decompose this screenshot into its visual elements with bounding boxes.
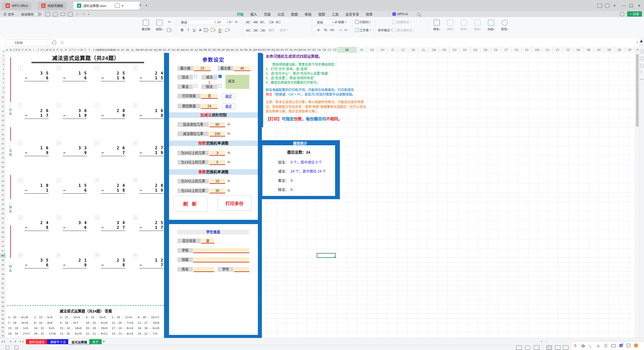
row-header-1[interactable]: 1 (0, 53, 5, 58)
column-header-CP[interactable]: CP (460, 47, 470, 53)
column-header-R[interactable]: R (64, 47, 68, 53)
row-header-31[interactable]: 31 (0, 193, 5, 197)
divisor-over20-field[interactable]: 3 (210, 151, 225, 156)
sheet-tab-vertical-ops[interactable]: 竖式运算题 (68, 339, 91, 345)
multiplier-over20-field[interactable]: 10 (210, 179, 225, 184)
font-name-select[interactable]: 等线▾ (179, 19, 217, 25)
row-header-3[interactable]: 3 (0, 62, 5, 67)
convert-button[interactable]: ⇄转换▾ (335, 19, 346, 25)
row-header-21[interactable]: 21 (0, 146, 5, 151)
normal-view-icon[interactable] (546, 345, 552, 350)
ribbon-tab-插入[interactable]: 插入 (250, 12, 257, 17)
column-header-BI[interactable]: BI (235, 47, 239, 53)
column-header-AS[interactable]: AS (163, 47, 167, 53)
column-header-DA[interactable]: DA (573, 47, 584, 53)
column-header-BC[interactable]: BC (208, 47, 212, 53)
column-header-CE[interactable]: CE (338, 47, 357, 53)
align-center-icon[interactable] (253, 28, 258, 33)
column-header-CT[interactable]: CT (501, 47, 511, 53)
column-header-AH[interactable]: AH (114, 47, 116, 53)
column-header-DC[interactable]: DC (594, 47, 604, 53)
print-answer-field[interactable]: 否 (201, 94, 218, 99)
column-header-BS[interactable]: BS (280, 47, 285, 53)
row-header-60[interactable]: 60 (0, 325, 5, 330)
row-header-28[interactable]: 28 (0, 179, 5, 184)
column-header-BF[interactable]: BF (221, 47, 226, 53)
table-style-button[interactable]: 表格样式▾ (392, 19, 411, 25)
column-header-G[interactable]: G (25, 47, 28, 53)
layout-settings-icon[interactable] (603, 0, 611, 11)
format-painter-button[interactable]: 格式刷 (140, 19, 152, 36)
fill-color-icon[interactable]: ▾ (210, 27, 216, 33)
currency-icon[interactable]: ¥ (315, 27, 321, 33)
ribbon-tab-开始[interactable]: 开始 (237, 12, 244, 17)
column-header-BU[interactable]: BU (289, 47, 294, 53)
page-break-view-icon[interactable] (563, 345, 569, 350)
column-header-BM[interactable]: BM (253, 47, 258, 53)
row-header-35[interactable]: 35 (0, 211, 5, 216)
close-button[interactable]: ✕ (635, 0, 643, 11)
column-header-AV[interactable]: AV (176, 47, 181, 53)
export-pdf-icon[interactable] (53, 11, 58, 17)
row-header-56[interactable]: 56 (0, 309, 5, 313)
paste-button[interactable]: 粘贴▾ (153, 19, 166, 36)
print-preview-icon[interactable] (68, 11, 73, 17)
column-header-U[interactable]: U (73, 47, 77, 53)
column-header-C[interactable]: C (13, 47, 16, 53)
column-header-X[interactable]: X (84, 47, 87, 53)
chinese-mode-icon[interactable]: 中 (579, 343, 587, 348)
column-header-CJ[interactable]: CJ (398, 47, 408, 53)
row-header-11[interactable]: 11 (0, 99, 5, 104)
row-header-49[interactable]: 49 (0, 276, 5, 281)
print-multiple-button[interactable]: 打印多份 (218, 195, 251, 211)
undo-icon[interactable]: ↶ (76, 11, 78, 17)
column-header-BL[interactable]: BL (249, 47, 253, 53)
more-actions-chevron-icon[interactable]: ▾ (88, 11, 89, 17)
school-field[interactable] (193, 248, 249, 253)
column-header-DE[interactable]: DE (615, 47, 625, 53)
column-header-BQ[interactable]: BQ (271, 47, 276, 53)
row-header-16[interactable]: 16 (0, 123, 5, 128)
show-info-field[interactable]: 是 (201, 238, 214, 243)
row-header-43[interactable]: 43 (0, 249, 5, 253)
column-header-AN[interactable]: AN (140, 47, 144, 53)
autosave-toggle[interactable] (35, 13, 42, 16)
column-header-BE[interactable]: BE (217, 47, 221, 53)
column-header-BW[interactable]: BW (298, 47, 303, 53)
ribbon-tab-公式[interactable]: 公式 (277, 12, 284, 17)
wrap-text-button[interactable]: 换行 (269, 27, 275, 33)
sheet-cells[interactable]: 减法竖式运算题（共24题） 13 5−621 5−632 5−1 642 4−1… (5, 53, 635, 338)
last-sheet-icon[interactable] (23, 340, 23, 343)
share-button[interactable]: ⌁ 分享 (627, 11, 642, 17)
search-icon[interactable] (417, 11, 420, 17)
column-header-BP[interactable]: BP (267, 47, 271, 53)
column-header-AL[interactable]: AL (130, 47, 135, 53)
page-setup-icon[interactable] (516, 345, 522, 350)
sheet-tab-advanced-addsub[interactable]: 进阶加减法 (26, 339, 48, 344)
min-value-field[interactable]: 15 (194, 66, 211, 71)
column-header-AK[interactable]: AK (125, 47, 130, 53)
column-header-CL[interactable]: CL (419, 47, 429, 53)
ribbon-tab-工具[interactable]: 工具 (332, 12, 339, 17)
thousands-icon[interactable]: 000 (329, 27, 335, 33)
column-header-CU[interactable]: CU (511, 47, 522, 53)
worksheet-button[interactable]: 工作表▾ (355, 27, 371, 33)
column-header-AJ[interactable]: AJ (120, 47, 125, 53)
row-header-17[interactable]: 17 (0, 127, 5, 132)
borrow-rate-field[interactable]: 100 (210, 131, 225, 136)
row-header-22[interactable]: 22 (0, 151, 5, 156)
row-header-14[interactable]: 14 (0, 114, 5, 118)
column-header-J[interactable]: J (36, 47, 41, 53)
row-header-13[interactable]: 13 (0, 109, 5, 114)
column-header-CV[interactable]: CV (522, 47, 532, 53)
docer-template-tab[interactable]: D 找稻壳模板 (38, 2, 67, 10)
column-header-CG[interactable]: CG (367, 47, 377, 53)
max-value-field[interactable]: 40 (234, 66, 250, 71)
column-header-A[interactable]: A (5, 47, 9, 53)
column-header-BO[interactable]: BO (262, 47, 267, 53)
column-header-AP[interactable]: AP (149, 47, 153, 53)
row-header-55[interactable]: 55 (0, 304, 5, 309)
question-count-confirm-button[interactable]: 确定 (222, 103, 235, 109)
column-header-Q[interactable]: Q (59, 47, 64, 53)
emoji-icon[interactable]: ☺ (594, 344, 602, 348)
